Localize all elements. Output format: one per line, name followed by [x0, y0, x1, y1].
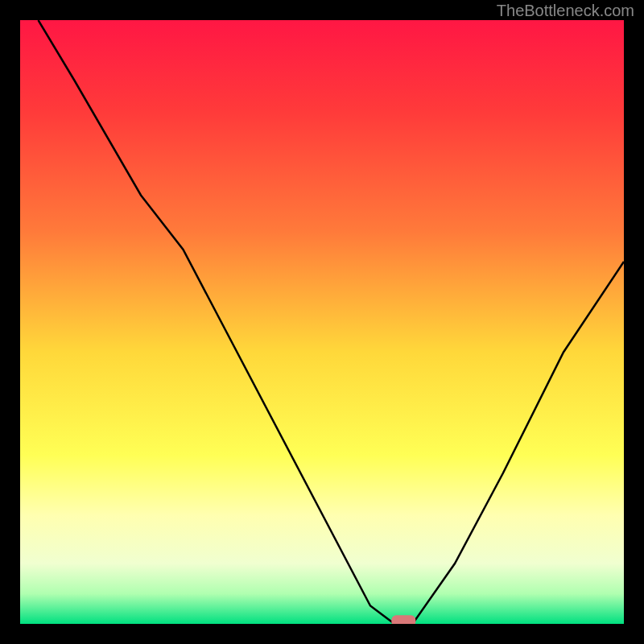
bottleneck-chart: [20, 20, 624, 624]
chart-background: [20, 20, 624, 624]
chart-frame: [20, 20, 624, 624]
watermark-text: TheBottleneck.com: [497, 2, 634, 20]
optimum-marker: [391, 615, 415, 624]
